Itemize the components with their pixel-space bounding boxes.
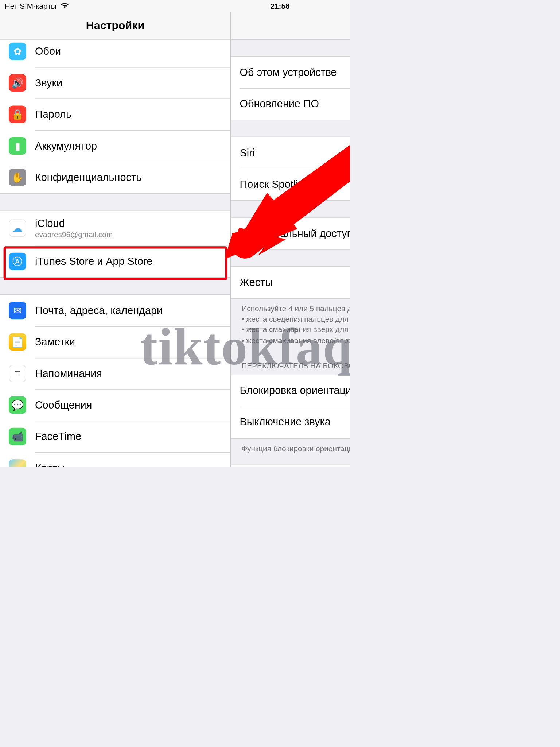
row-gestures[interactable]: Жесты: [231, 267, 350, 298]
privacy-icon: ✋: [9, 169, 26, 186]
sidebar-item-label: Аккумулятор: [35, 140, 222, 152]
side-switch-header: ПЕРЕКЛЮЧАТЕЛЬ НА БОКОВОЙ ПАНЕЛИ:: [231, 346, 350, 374]
sidebar-item-label: Пароль: [35, 108, 222, 121]
row-software-update[interactable]: Обновление ПО ›: [231, 88, 350, 120]
notes-icon: 📄: [9, 333, 26, 351]
row-label: Жесты: [240, 276, 350, 289]
sidebar-item-battery[interactable]: ▮ Аккумулятор: [0, 130, 230, 162]
status-bar: Нет SIM-карты 21:58 72 %: [0, 0, 350, 12]
sidebar-item-sounds[interactable]: 🔊 Звуки: [0, 67, 230, 98]
row-lock-rotation[interactable]: Блокировка ориентации: [231, 375, 350, 406]
row-label: Выключение звука: [240, 416, 350, 429]
messages-icon: 💬: [9, 396, 26, 414]
sidebar-item-messages[interactable]: 💬 Сообщения: [0, 389, 230, 421]
detail-pane: Основные Об этом устройстве › Обновление…: [231, 12, 350, 467]
side-switch-footer: Функция блокировки ориентации доступна в…: [231, 439, 350, 454]
wallpaper-icon: ✿: [9, 43, 26, 60]
sidebar-item-itunes-appstore[interactable]: Ⓐ iTunes Store и App Store: [0, 246, 230, 277]
sidebar-item-label: iCloud: [35, 218, 113, 230]
row-label: Универсальный доступ: [240, 227, 350, 240]
sidebar-item-label: Звуки: [35, 77, 222, 89]
row-mute[interactable]: Выключение звука ✓: [231, 407, 350, 438]
row-label: Об этом устройстве: [240, 66, 350, 79]
sidebar-item-reminders[interactable]: ≡ Напоминания: [0, 358, 230, 389]
sidebar-item-mail[interactable]: ✉ Почта, адреса, календари: [0, 295, 230, 326]
icloud-icon: ☁: [9, 220, 26, 237]
row-siri[interactable]: Siri ›: [231, 137, 350, 169]
reminders-icon: ≡: [9, 365, 26, 382]
sounds-icon: 🔊: [9, 74, 26, 92]
clock: 21:58: [270, 1, 289, 10]
sidebar-item-label: iTunes Store и App Store: [35, 255, 222, 268]
sidebar-item-label: Заметки: [35, 336, 222, 348]
row-about[interactable]: Об этом устройстве ›: [231, 57, 350, 88]
mail-icon: ✉: [9, 302, 26, 319]
sidebar-item-facetime[interactable]: 📹 FaceTime: [0, 421, 230, 452]
row-storage-icloud[interactable]: Использование хранилища и iCloud ›: [231, 465, 350, 467]
sidebar-item-label: Почта, адреса, календари: [35, 304, 222, 317]
sidebar-item-privacy[interactable]: ✋ Конфиденциальность: [0, 162, 230, 193]
sidebar-title: Настройки: [86, 19, 144, 32]
row-label: Обновление ПО: [240, 98, 350, 110]
row-label: Siri: [240, 147, 350, 159]
sidebar-item-icloud[interactable]: ☁ iCloud evabres96@gmail.com: [0, 211, 230, 246]
settings-sidebar: Настройки ✿ Обои 🔊 Звуки 🔒 Пароль ▮ Ак: [0, 12, 231, 467]
sidebar-item-label: Напоминания: [35, 367, 222, 380]
sidebar-item-maps[interactable]: Карты: [0, 452, 230, 467]
sidebar-item-label: Сообщения: [35, 399, 222, 411]
row-label: Поиск Spotlight: [240, 178, 350, 191]
sim-status: Нет SIM-карты: [5, 1, 57, 10]
battery-settings-icon: ▮: [9, 137, 26, 155]
sidebar-item-passcode[interactable]: 🔒 Пароль: [0, 98, 230, 130]
row-label: Блокировка ориентации: [240, 385, 350, 397]
sidebar-navbar: Настройки: [0, 12, 230, 40]
sidebar-item-label: Обои: [35, 45, 222, 58]
row-spotlight[interactable]: Поиск Spotlight ›: [231, 169, 350, 200]
sidebar-item-wallpaper[interactable]: ✿ Обои: [0, 40, 230, 67]
row-accessibility[interactable]: Универсальный доступ ›: [231, 218, 350, 249]
lock-icon: 🔒: [9, 106, 26, 123]
wifi-icon: [60, 1, 69, 10]
sidebar-item-label: Конфиденциальность: [35, 171, 222, 184]
maps-icon: [9, 459, 26, 467]
facetime-icon: 📹: [9, 428, 26, 445]
appstore-icon: Ⓐ: [9, 253, 26, 270]
icloud-account-email: evabres96@gmail.com: [35, 230, 113, 239]
sidebar-item-notes[interactable]: 📄 Заметки: [0, 326, 230, 357]
detail-navbar: Основные: [231, 12, 350, 40]
gestures-footer: Используйте 4 или 5 пальцев для: • жеста…: [231, 299, 350, 346]
sidebar-item-label: FaceTime: [35, 430, 222, 443]
sidebar-item-label: Карты: [35, 462, 222, 467]
